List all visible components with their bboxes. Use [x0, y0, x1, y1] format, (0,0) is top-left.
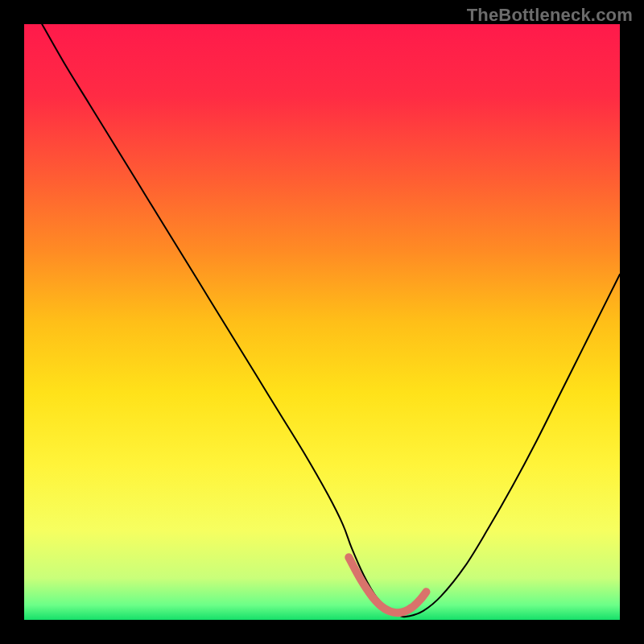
chart-frame: TheBottleneck.com [0, 0, 644, 644]
chart-canvas [24, 24, 620, 620]
chart-plot-area [24, 24, 620, 620]
watermark-text: TheBottleneck.com [467, 5, 633, 26]
chart-background [24, 24, 620, 620]
